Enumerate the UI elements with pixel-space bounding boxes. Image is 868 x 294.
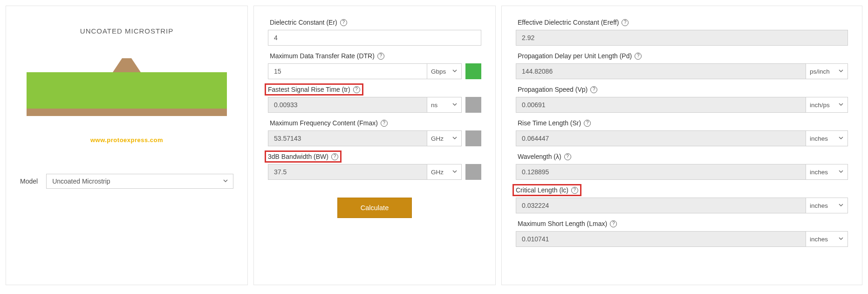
- help-icon[interactable]: ?: [353, 86, 360, 93]
- help-icon[interactable]: ?: [377, 53, 384, 60]
- lc-output: 0.032224: [516, 198, 806, 213]
- watermark-text: www.protoexpress.com: [20, 137, 233, 144]
- fmax-label: Maximum Frequency Content (Fmax) ?: [268, 118, 390, 128]
- lc-label: Critical Length (lc) ?: [514, 185, 580, 195]
- tr-input[interactable]: 0.00933: [268, 97, 427, 113]
- bw-status-indicator: [465, 164, 481, 180]
- chevron-down-icon: [838, 236, 844, 242]
- lmax-unit-select[interactable]: inches: [806, 231, 848, 247]
- ereff-output: 2.92: [516, 30, 848, 46]
- lambda-unit-select[interactable]: inches: [806, 164, 848, 180]
- bw-input[interactable]: 37.5: [268, 164, 427, 180]
- lmax-output: 0.010741: [516, 231, 806, 247]
- chevron-down-icon: [452, 169, 458, 175]
- chevron-down-icon: [838, 68, 844, 75]
- chevron-down-icon: [452, 68, 458, 75]
- tr-label: Fastest Signal Rise Time (tr) ?: [266, 85, 362, 94]
- er-label: Dielectric Constant (Er) ?: [268, 18, 349, 27]
- vp-unit-select[interactable]: inch/ps: [806, 97, 848, 113]
- pd-unit-select[interactable]: ps/inch: [806, 63, 848, 79]
- dtr-label: Maximum Data Transfer Rate (DTR) ?: [268, 51, 386, 61]
- vp-label: Propagation Speed (Vp) ?: [516, 85, 599, 94]
- dtr-unit-select[interactable]: Gbps: [427, 63, 462, 79]
- help-icon[interactable]: ?: [635, 53, 642, 60]
- chevron-down-icon: [838, 202, 844, 209]
- model-select[interactable]: Uncoated Microstrip: [46, 174, 233, 189]
- bw-unit-select[interactable]: GHz: [427, 164, 462, 180]
- help-icon[interactable]: ?: [564, 153, 571, 160]
- help-icon[interactable]: ?: [590, 86, 597, 93]
- ereff-label: Effective Dielectric Constant (Ereff) ?: [516, 18, 630, 27]
- diagram-ground: [27, 109, 227, 116]
- diagram-dielectric: [27, 72, 227, 109]
- fmax-unit-select[interactable]: GHz: [427, 130, 462, 146]
- lambda-output: 0.128895: [516, 164, 806, 180]
- sr-label: Rise Time Length (Sr) ?: [516, 118, 593, 128]
- microstrip-diagram: [27, 58, 227, 128]
- tr-status-indicator: [465, 97, 481, 113]
- vp-output: 0.00691: [516, 97, 806, 113]
- dtr-status-indicator: [465, 63, 481, 79]
- help-icon[interactable]: ?: [584, 120, 591, 127]
- fmax-status-indicator: [465, 130, 481, 146]
- chevron-down-icon: [838, 135, 844, 142]
- panel-model: UNCOATED MICROSTRIP www.protoexpress.com…: [6, 6, 248, 285]
- panel-outputs: Effective Dielectric Constant (Ereff) ? …: [501, 6, 862, 285]
- calculate-button[interactable]: Calculate: [337, 198, 412, 218]
- model-title: UNCOATED MICROSTRIP: [20, 27, 233, 35]
- panel-inputs: Dielectric Constant (Er) ? 4 Maximum Dat…: [253, 6, 496, 285]
- lambda-label: Wavelength (λ) ?: [516, 152, 573, 161]
- help-icon[interactable]: ?: [571, 187, 578, 194]
- chevron-down-icon: [452, 102, 458, 108]
- chevron-down-icon: [838, 102, 844, 108]
- help-icon[interactable]: ?: [340, 19, 347, 26]
- lc-unit-select[interactable]: inches: [806, 198, 848, 213]
- bw-label: 3dB Bandwidth (BW) ?: [266, 152, 340, 161]
- chevron-down-icon: [838, 169, 844, 175]
- chevron-down-icon: [452, 135, 458, 142]
- diagram-trace: [113, 58, 141, 72]
- fmax-input[interactable]: 53.57143: [268, 130, 427, 146]
- er-input[interactable]: 4: [268, 30, 481, 46]
- sr-unit-select[interactable]: inches: [806, 130, 848, 146]
- dtr-input[interactable]: 15: [268, 63, 427, 79]
- model-label: Model: [20, 178, 38, 185]
- chevron-down-icon: [223, 178, 228, 185]
- help-icon[interactable]: ?: [622, 19, 629, 26]
- tr-unit-select[interactable]: ns: [427, 97, 462, 113]
- help-icon[interactable]: ?: [610, 220, 617, 227]
- lmax-label: Maximum Short Length (Lmax) ?: [516, 219, 619, 228]
- pd-output: 144.82086: [516, 63, 806, 79]
- help-icon[interactable]: ?: [381, 120, 388, 127]
- help-icon[interactable]: ?: [331, 153, 338, 160]
- sr-output: 0.064447: [516, 130, 806, 146]
- model-select-value: Uncoated Microstrip: [52, 178, 110, 185]
- pd-label: Propagation Delay per Unit Length (Pd) ?: [516, 51, 643, 61]
